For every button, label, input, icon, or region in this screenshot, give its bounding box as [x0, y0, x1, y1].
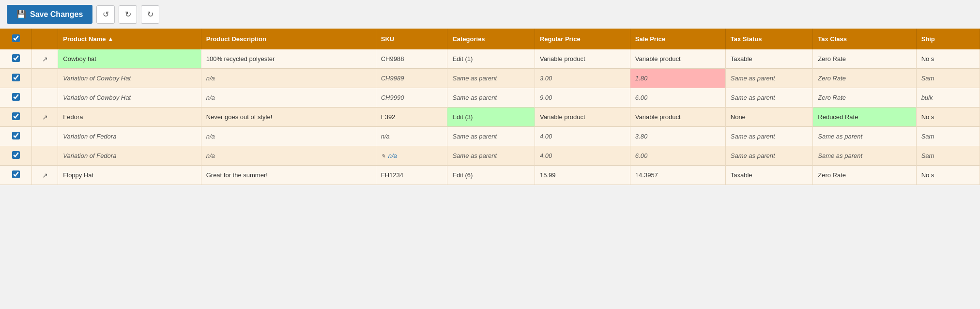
row-checkbox[interactable] [12, 93, 20, 101]
table-body: ↗Cowboy hat100% recycled polyesterCH9988… [0, 49, 980, 185]
sku-cell: FH1234 [376, 166, 447, 185]
sale-price-cell: 6.00 [630, 146, 725, 166]
row-checkbox[interactable] [12, 132, 20, 139]
redo-button[interactable]: ↻ [119, 5, 137, 24]
header-product-desc: Product Description [201, 29, 376, 49]
ship-cell: No s [916, 166, 980, 185]
row-checkbox[interactable] [12, 54, 20, 62]
header-tax-status: Tax Status [725, 29, 813, 49]
header-sale-price: Sale Price [630, 29, 725, 49]
tax-class-cell: Zero Rate [813, 166, 916, 185]
header-sku: SKU [376, 29, 447, 49]
refresh-button[interactable]: ↻ [141, 5, 159, 24]
sku-cell: CH9989 [376, 69, 447, 88]
row-checkbox[interactable] [12, 74, 20, 81]
sku-cell: CH9988 [376, 49, 447, 69]
sale-price-cell: 14.3957 [630, 166, 725, 185]
ship-cell: bulk [916, 88, 980, 108]
product-name-cell: Variation of Fedora [58, 146, 201, 166]
undo-button[interactable]: ↺ [96, 5, 115, 24]
external-link-icon[interactable]: ↗ [42, 171, 48, 179]
table-row: Variation of Cowboy Hatn/aCH9989Same as … [0, 69, 980, 88]
table-row: ↗Floppy HatGreat for the summer!FH1234Ed… [0, 166, 980, 185]
categories-cell: Same as parent [447, 146, 535, 166]
row-ext-link-cell[interactable]: ↗ [32, 166, 58, 185]
product-name-cell: Variation of Cowboy Hat [58, 88, 201, 108]
toolbar: 💾 Save Changes ↺ ↻ ↻ [0, 0, 980, 29]
header-ship: Ship [916, 29, 980, 49]
categories-cell: Same as parent [447, 88, 535, 108]
save-changes-label: Save Changes [30, 10, 83, 19]
sale-price-cell: Variable product [630, 108, 725, 127]
row-checkbox-cell[interactable] [0, 166, 32, 185]
row-ext-link-cell [32, 146, 58, 166]
ship-cell: Sam [916, 69, 980, 88]
row-checkbox-cell[interactable] [0, 108, 32, 127]
regular-price-cell: 4.00 [535, 146, 630, 166]
header-ext [32, 29, 58, 49]
product-desc-cell: n/a [201, 88, 376, 108]
regular-price-cell: 9.00 [535, 88, 630, 108]
row-ext-link-cell [32, 127, 58, 146]
product-desc-cell: n/a [201, 146, 376, 166]
undo-icon: ↺ [103, 10, 109, 19]
row-checkbox-cell[interactable] [0, 127, 32, 146]
product-name-cell: Variation of Fedora [58, 127, 201, 146]
product-desc-cell: n/a [201, 69, 376, 88]
sku-link[interactable]: n/a [388, 152, 397, 159]
header-categories: Categories [447, 29, 535, 49]
tax-status-cell: Same as parent [725, 146, 813, 166]
product-name-cell: Floppy Hat [58, 166, 201, 185]
row-checkbox-cell[interactable] [0, 88, 32, 108]
header-check[interactable] [0, 29, 32, 49]
tax-class-cell: Same as parent [813, 146, 916, 166]
redo-icon: ↻ [125, 10, 131, 19]
sale-price-cell: 6.00 [630, 88, 725, 108]
sku-cell[interactable]: ✎ n/a [376, 146, 447, 166]
external-link-icon[interactable]: ↗ [42, 113, 48, 121]
row-checkbox[interactable] [12, 170, 20, 178]
sale-price-cell: 1.80 [630, 69, 725, 88]
header-tax-class: Tax Class [813, 29, 916, 49]
products-table: Product Name ▲ Product Description SKU C… [0, 29, 980, 185]
table-row: Variation of Cowboy Hatn/aCH9990Same as … [0, 88, 980, 108]
sale-price-cell: 3.80 [630, 127, 725, 146]
external-link-icon[interactable]: ↗ [42, 55, 48, 63]
categories-cell: Edit (6) [447, 166, 535, 185]
tax-class-cell: Zero Rate [813, 49, 916, 69]
product-desc-cell: n/a [201, 127, 376, 146]
categories-cell[interactable]: Edit (3) [447, 108, 535, 127]
floppy-disk-icon: 💾 [16, 10, 26, 19]
products-table-wrap: Product Name ▲ Product Description SKU C… [0, 29, 980, 185]
refresh-icon: ↻ [147, 10, 153, 19]
row-checkbox[interactable] [12, 112, 20, 120]
tax-status-cell: None [725, 108, 813, 127]
sku-cell: F392 [376, 108, 447, 127]
row-checkbox-cell[interactable] [0, 146, 32, 166]
tax-status-cell: Same as parent [725, 88, 813, 108]
row-ext-link-cell[interactable]: ↗ [32, 49, 58, 69]
edit-sku-icon[interactable]: ✎ [381, 153, 387, 159]
tax-class-cell: Zero Rate [813, 69, 916, 88]
regular-price-cell: Variable product [535, 49, 630, 69]
categories-cell: Edit (1) [447, 49, 535, 69]
header-product-name[interactable]: Product Name ▲ [58, 29, 201, 49]
save-changes-button[interactable]: 💾 Save Changes [7, 5, 92, 24]
tax-status-cell: Same as parent [725, 69, 813, 88]
row-checkbox[interactable] [12, 151, 20, 159]
product-desc-cell: 100% recycled polyester [201, 49, 376, 69]
product-name-cell: Variation of Cowboy Hat [58, 69, 201, 88]
product-name-cell: Cowboy hat [58, 49, 201, 69]
regular-price-cell: 4.00 [535, 127, 630, 146]
tax-status-cell: Taxable [725, 49, 813, 69]
row-ext-link-cell[interactable]: ↗ [32, 108, 58, 127]
row-checkbox-cell[interactable] [0, 69, 32, 88]
select-all-checkbox[interactable] [12, 34, 20, 42]
ship-cell: No s [916, 108, 980, 127]
ship-cell: Sam [916, 127, 980, 146]
product-name-cell: Fedora [58, 108, 201, 127]
tax-status-cell: Same as parent [725, 127, 813, 146]
regular-price-cell: Variable product [535, 108, 630, 127]
row-checkbox-cell[interactable] [0, 49, 32, 69]
tax-class-cell[interactable]: Reduced Rate [813, 108, 916, 127]
